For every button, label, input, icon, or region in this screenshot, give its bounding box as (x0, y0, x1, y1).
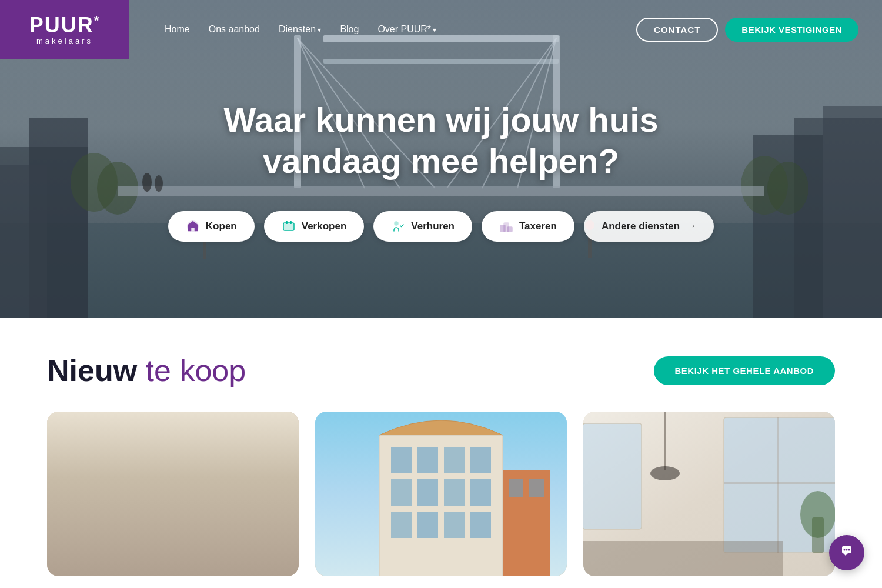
svg-rect-38 (507, 227, 512, 232)
svg-rect-70 (724, 482, 835, 484)
svg-point-79 (846, 549, 848, 550)
contact-button[interactable]: CONTACT (636, 18, 718, 42)
svg-rect-59 (470, 479, 491, 506)
svg-point-80 (848, 549, 850, 550)
andere-arrow-icon: → (686, 220, 696, 232)
svg-rect-58 (444, 479, 465, 506)
svg-rect-39 (47, 412, 299, 576)
svg-rect-41 (88, 429, 90, 523)
property-cards (47, 412, 835, 576)
svg-rect-65 (509, 479, 523, 497)
svg-rect-61 (417, 512, 438, 538)
kopen-icon (186, 219, 200, 233)
svg-rect-62 (444, 512, 465, 538)
svg-rect-52 (391, 447, 412, 473)
nieuw-header: Nieuw te koop BEKIJK HET GEHELE AANBOD (47, 353, 835, 388)
logo-sub: makelaars (29, 37, 101, 45)
nav-blog[interactable]: Blog (340, 24, 359, 35)
service-btn-andere[interactable]: Andere diensten → (584, 211, 714, 242)
svg-rect-45 (52, 529, 70, 559)
nieuw-title: Nieuw te koop (47, 353, 246, 388)
verkopen-label: Verkopen (302, 220, 347, 232)
property-image-2 (315, 412, 567, 576)
kopen-label: Kopen (206, 220, 237, 232)
property-card-3[interactable] (583, 412, 835, 576)
svg-rect-54 (444, 447, 465, 473)
svg-rect-40 (58, 429, 129, 523)
hero-title: Waar kunnen wij jouw huis vandaag mee he… (223, 99, 658, 181)
header: PUUR* makelaars Home Ons aanbod Diensten… (0, 0, 882, 59)
svg-rect-33 (286, 221, 288, 224)
svg-rect-46 (76, 526, 111, 559)
main-nav: Home Ons aanbod Diensten Blog Over PUUR* (129, 24, 636, 35)
svg-rect-66 (529, 479, 544, 497)
bekijk-aanbod-button[interactable]: BEKIJK HET GEHELE AANBOD (654, 356, 835, 385)
svg-point-76 (650, 466, 680, 480)
svg-point-74 (800, 491, 835, 538)
service-btn-taxeren[interactable]: Taxeren (482, 211, 574, 242)
svg-point-35 (395, 222, 398, 225)
svg-rect-72 (583, 541, 783, 576)
svg-rect-56 (391, 479, 412, 506)
nav-over[interactable]: Over PUUR* (377, 24, 436, 35)
logo-brand: PUUR* (29, 14, 101, 37)
property-card-1[interactable] (47, 412, 299, 576)
svg-rect-44 (47, 535, 193, 559)
svg-rect-63 (470, 512, 491, 538)
property-card-2[interactable] (315, 412, 567, 576)
nav-cta-buttons: CONTACT BEKIJK VESTIGINGEN (636, 18, 882, 42)
service-buttons: Kopen Verkopen (168, 211, 714, 242)
taxeren-icon (499, 219, 513, 233)
svg-rect-43 (158, 423, 276, 541)
property-image-3 (583, 412, 835, 576)
nieuw-section: Nieuw te koop BEKIJK HET GEHELE AANBOD (0, 318, 882, 588)
verkopen-icon (282, 219, 296, 233)
svg-rect-31 (283, 223, 294, 230)
verhuren-label: Verhuren (411, 220, 455, 232)
nav-aanbod[interactable]: Ons aanbod (209, 24, 260, 35)
svg-rect-55 (470, 447, 491, 473)
andere-label: Andere diensten (602, 220, 680, 232)
vestigingen-button[interactable]: BEKIJK VESTIGINGEN (725, 18, 858, 42)
svg-rect-53 (417, 447, 438, 473)
svg-rect-57 (417, 479, 438, 506)
service-btn-verhuren[interactable]: Verhuren (373, 211, 472, 242)
svg-rect-71 (583, 423, 642, 529)
svg-point-78 (844, 549, 846, 550)
nav-home[interactable]: Home (165, 24, 190, 35)
taxeren-label: Taxeren (519, 220, 557, 232)
svg-rect-34 (290, 221, 292, 224)
chat-widget[interactable] (829, 535, 864, 570)
svg-rect-69 (777, 417, 779, 553)
svg-rect-60 (391, 512, 412, 538)
property-image-1 (47, 412, 299, 576)
service-btn-kopen[interactable]: Kopen (168, 211, 255, 242)
service-btn-verkopen[interactable]: Verkopen (264, 211, 365, 242)
svg-rect-42 (58, 479, 129, 482)
svg-point-48 (196, 513, 214, 522)
logo[interactable]: PUUR* makelaars (0, 0, 129, 59)
chat-icon (838, 543, 855, 563)
verhuren-icon (391, 219, 405, 233)
nav-diensten[interactable]: Diensten (279, 24, 322, 35)
